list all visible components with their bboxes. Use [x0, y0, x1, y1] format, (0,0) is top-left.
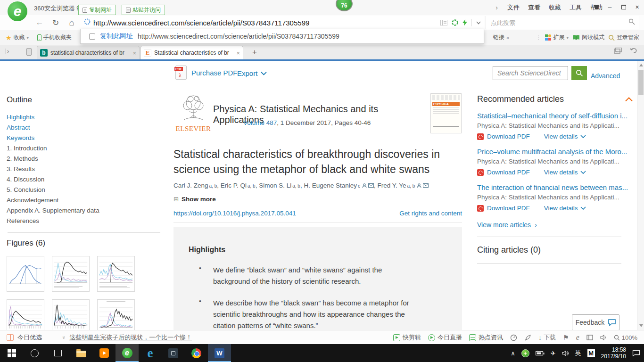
- author-link[interactable]: H. Eugene Stanleyc: [304, 182, 377, 189]
- ad-block-icon[interactable]: [452, 19, 458, 26]
- menu-view[interactable]: 查看: [528, 3, 540, 12]
- new-tab-button[interactable]: +: [249, 47, 260, 57]
- browser-360-logo[interactable]: e: [8, 1, 27, 21]
- outline-item-abstract[interactable]: Abstract: [7, 123, 166, 133]
- report-flag-icon[interactable]: ⚑: [563, 334, 569, 341]
- app-taskbar-button[interactable]: [162, 344, 185, 362]
- mobile-view-icon[interactable]: [26, 48, 32, 56]
- reload-icon[interactable]: ↻: [50, 17, 61, 28]
- airplane-mode-icon[interactable]: ✈: [551, 350, 556, 357]
- fold-icon[interactable]: »: [61, 336, 67, 338]
- author-link[interactable]: Simon S. Lia, b: [259, 182, 304, 189]
- back-icon[interactable]: ←: [34, 17, 45, 28]
- boost-rocket-icon[interactable]: [524, 334, 531, 341]
- ie-compat-icon[interactable]: e: [576, 333, 579, 342]
- suggested-url[interactable]: http://www.sciencedirect.com/science/art…: [138, 33, 339, 40]
- home-icon[interactable]: ⌂: [66, 17, 77, 28]
- news-headline-link[interactable]: 这些明星生完孩子后的现状，一个比一个惨！: [69, 333, 192, 342]
- menu-tools[interactable]: 工具: [570, 3, 582, 12]
- quick-search-box[interactable]: [486, 16, 639, 29]
- hot-news-button[interactable]: 热点资讯: [469, 333, 503, 342]
- recommended-title-link[interactable]: Statistical–mechanical theory of self-di…: [477, 112, 633, 120]
- extensions-button[interactable]: 扩展 ▾: [545, 33, 569, 41]
- ime-language-indicator[interactable]: 英: [575, 349, 581, 357]
- quick-clip-button[interactable]: 快剪辑: [393, 333, 421, 342]
- outline-item-references[interactable]: References: [7, 216, 166, 226]
- figure-thumbnail-5[interactable]: [52, 299, 90, 330]
- sidebar-collapse-icon[interactable]: ›: [6, 48, 9, 55]
- today-live-button[interactable]: 今日直播: [428, 333, 462, 342]
- login-manager-button[interactable]: 登录管家: [608, 33, 639, 41]
- tab-sciencedirect-active[interactable]: E Statistical characteristics of br ×: [140, 46, 243, 59]
- copy-url-button[interactable]: 复制网址: [78, 5, 116, 15]
- scroll-down-arrow[interactable]: [639, 324, 643, 327]
- show-more-button[interactable]: ⊞ Show more: [173, 196, 462, 203]
- menu-file[interactable]: 文件: [507, 3, 520, 12]
- get-rights-link[interactable]: Get rights and content: [399, 210, 462, 217]
- 360-browser-taskbar-button[interactable]: e: [116, 344, 139, 362]
- author-link[interactable]: Eric P. Qia, b: [221, 182, 259, 189]
- media-player-button[interactable]: [92, 344, 116, 362]
- sciencedirect-search-input[interactable]: [493, 66, 568, 80]
- view-more-articles-link[interactable]: View more articles ›: [477, 221, 633, 229]
- task-view-button[interactable]: [46, 344, 69, 362]
- doi-link[interactable]: https://doi.org/10.1016/j.physa.2017.05.…: [173, 210, 296, 217]
- download-pdf-link[interactable]: Download PDF: [477, 133, 530, 140]
- battery-icon[interactable]: [536, 351, 545, 356]
- mute-speaker-icon[interactable]: [600, 335, 607, 340]
- speed-gauge-icon[interactable]: [510, 334, 517, 341]
- address-dropdown-icon[interactable]: [476, 21, 481, 25]
- ie-edge-taskbar-button[interactable]: e: [139, 344, 162, 362]
- person-icon[interactable]: [417, 183, 421, 188]
- recommended-title-link[interactable]: Price–volume multifractal analysis of th…: [477, 148, 633, 156]
- sciencedirect-search-button[interactable]: [571, 66, 587, 80]
- tab-list-icon[interactable]: [614, 48, 622, 56]
- journal-cover-thumbnail[interactable]: PHYSICA: [430, 93, 462, 133]
- reading-list-icon[interactable]: [440, 20, 447, 25]
- recommended-title-link[interactable]: The interaction of financial news betwee…: [477, 183, 633, 191]
- figure-thumbnail-3[interactable]: [97, 256, 135, 292]
- scrollbar-thumb[interactable]: [638, 70, 644, 95]
- menu-favorites[interactable]: 收藏: [549, 3, 561, 12]
- email-icon[interactable]: [423, 183, 429, 188]
- quick-search-input[interactable]: [486, 19, 628, 26]
- export-button[interactable]: Export: [237, 69, 267, 77]
- download-manager-button[interactable]: ↓下载: [538, 333, 556, 342]
- figure-thumbnail-4[interactable]: [7, 299, 44, 330]
- view-details-link[interactable]: View details: [544, 205, 586, 212]
- paste-and-go-button[interactable]: 粘贴并访问: [122, 5, 165, 15]
- today-picks-label[interactable]: 今日优选: [17, 333, 42, 342]
- author-link[interactable]: Carl J. Zenga, b: [173, 182, 221, 189]
- figure-thumbnail-1[interactable]: [7, 256, 44, 292]
- minimize-button[interactable]: –: [603, 0, 617, 14]
- outline-item-conclusion[interactable]: 5. Conclusion: [7, 185, 166, 195]
- taskbar-clock[interactable]: 18:58 2017/9/10: [601, 346, 626, 360]
- chrome-taskbar-button[interactable]: [185, 344, 208, 362]
- figure-thumbnail-2[interactable]: [52, 256, 90, 292]
- author-link[interactable]: Fred Y. Yea, b: [378, 182, 429, 189]
- scroll-up-arrow[interactable]: [639, 64, 643, 66]
- url-input[interactable]: [93, 19, 440, 27]
- download-pdf-link[interactable]: Download PDF: [477, 205, 530, 212]
- outline-item-highlights[interactable]: Highlights: [7, 112, 166, 123]
- figure-thumbnail-6[interactable]: [97, 299, 135, 330]
- 360-safety-tray-icon[interactable]: +: [521, 349, 529, 357]
- search-icon[interactable]: [628, 18, 639, 27]
- outline-item-introduction[interactable]: 1. Introduction: [7, 143, 166, 154]
- download-pdf-link[interactable]: Download PDF: [477, 169, 530, 176]
- word-taskbar-button[interactable]: W: [208, 344, 231, 362]
- mobile-favorites-button[interactable]: 手机收藏夹: [37, 33, 72, 41]
- tab-bing-search[interactable]: b statistical characteristics of br ×: [37, 46, 140, 59]
- recommended-articles-header[interactable]: Recommended articles: [477, 94, 633, 104]
- window-split-icon[interactable]: [586, 335, 593, 340]
- copy-this-url-option[interactable]: 复制此网址: [100, 32, 133, 41]
- page-scrollbar[interactable]: [637, 61, 644, 330]
- outline-item-keywords[interactable]: Keywords: [7, 133, 166, 143]
- favorites-button[interactable]: ★ 收藏 ▾: [6, 33, 29, 41]
- action-center-icon[interactable]: [632, 350, 640, 356]
- cortana-search-button[interactable]: [23, 344, 46, 362]
- page-zoom-control[interactable]: 100%: [614, 334, 637, 341]
- menu-collapse-icon[interactable]: ›: [495, 4, 498, 11]
- file-explorer-button[interactable]: [69, 344, 92, 362]
- person-icon[interactable]: [362, 183, 367, 188]
